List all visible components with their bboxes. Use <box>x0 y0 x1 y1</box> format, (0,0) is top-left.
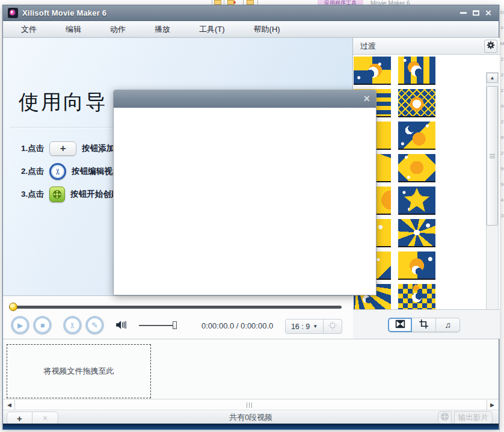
menu-tools[interactable]: 工具(T) <box>195 22 229 37</box>
stop-button[interactable]: ■ <box>34 316 51 334</box>
edit-button[interactable]: ✎ <box>86 316 103 334</box>
step-prefix: 3.点击 <box>21 189 44 200</box>
transition-thumb-sun-moon-split[interactable] <box>398 251 435 280</box>
menu-file[interactable]: 文件 <box>17 22 40 37</box>
transition-thumb-diamond-sun[interactable] <box>398 154 435 182</box>
output-reel-button[interactable] <box>438 411 452 424</box>
scrollbar-thumb[interactable] <box>487 86 498 226</box>
menu-play[interactable]: 播放 <box>151 22 174 37</box>
transitions-settings-button[interactable] <box>484 40 497 53</box>
scroll-up-button[interactable]: ▲ <box>487 73 498 83</box>
cut-button[interactable]: ✂ <box>64 316 81 334</box>
crop-icon <box>419 319 428 330</box>
timeline-scrollbar-grip[interactable] <box>247 403 254 408</box>
background-window-title: Movie Maker 6 <box>370 0 443 5</box>
background-text-fragment: M <box>500 36 504 52</box>
background-text-fragment: 2 <box>500 146 504 161</box>
player-bar: ▶ ■ ✂ ✎ 0:00:00.0 / 0:00:00.0 16 : 9 ▼ <box>3 295 353 339</box>
menu-action[interactable]: 动作 <box>106 22 129 37</box>
transitions-header-label: 过渡 <box>360 41 376 52</box>
aspect-ratio-group: 16 : 9 ▼ <box>285 319 342 334</box>
scissors-icon: ✂ <box>68 322 77 329</box>
guide-step-2: 2.点击 ✂ 按钮编辑视频 <box>21 162 120 181</box>
background-text-fragment: D <box>500 5 504 20</box>
transitions-header: 过渡 <box>353 38 500 55</box>
output-group: 输出影片 <box>438 411 493 424</box>
panel-mode-area: ♫ <box>353 309 500 339</box>
dialog-body <box>114 108 376 295</box>
background-folder-icon <box>247 0 254 5</box>
tab-transitions[interactable] <box>388 318 412 332</box>
background-text-fragment: 2 <box>500 114 504 130</box>
step-suffix: 按钮开始创建 <box>70 189 119 200</box>
seek-knob[interactable] <box>9 303 17 311</box>
scissors-icon: ✂ <box>49 163 66 180</box>
scroll-left-button[interactable]: ◀ <box>4 400 15 410</box>
speaker-icon[interactable] <box>115 320 128 332</box>
fullscreen-icon <box>328 321 337 332</box>
minimize-button[interactable] <box>460 8 467 18</box>
transition-thumb-mosaic-web[interactable] <box>398 89 435 117</box>
add-video-button-illustration: + <box>49 141 76 156</box>
volume-knob[interactable] <box>173 321 177 329</box>
background-text-fragment: 9 <box>500 130 504 146</box>
scroll-right-button[interactable]: ▶ <box>487 400 497 410</box>
backdrop-right-strip: D≡M22292929943 <box>499 5 504 432</box>
transitions-scrollbar[interactable]: ▲ ▼ <box>486 72 499 309</box>
titlebar: Xilisoft Movie Maker 6 × <box>3 5 499 21</box>
transition-thumb-quadrant-sun-moon[interactable] <box>354 57 391 85</box>
play-icon: ▶ <box>17 321 23 330</box>
dialog-titlebar[interactable]: × <box>114 90 376 108</box>
film-reel-icon <box>49 187 65 202</box>
video-drop-zone[interactable]: 将视频文件拖拽至此 <box>7 344 151 398</box>
clip-buttons: + × <box>7 412 58 425</box>
transition-thumb-checkerboard-moon[interactable] <box>398 284 435 309</box>
drop-hint-text: 将视频文件拖拽至此 <box>44 366 114 377</box>
output-movie-button[interactable]: 输出影片 <box>454 411 493 424</box>
guide-step-3: 3.点击 按钮开始创建 <box>21 185 119 204</box>
fullscreen-button[interactable] <box>323 319 342 333</box>
tab-music[interactable]: ♫ <box>436 318 460 332</box>
gear-icon <box>487 41 495 52</box>
chevron-down-icon: ▼ <box>313 324 318 329</box>
guide-title: 使用向导 <box>19 88 108 116</box>
transition-thumb-vertical-strips-moon[interactable] <box>398 57 435 85</box>
background-ribbon-tab: 应用程序工具 <box>318 0 363 5</box>
app-window: Xilisoft Movie Maker 6 × 文件 编辑 动作 播放 工具(… <box>2 5 499 430</box>
dialog-close-button[interactable]: × <box>363 93 370 104</box>
seek-bar[interactable] <box>9 306 342 309</box>
aspect-ratio-dropdown[interactable]: 16 : 9 ▼ <box>286 319 323 333</box>
film-reel-icon <box>440 412 449 424</box>
timeline-scrollbar[interactable]: ◀ ▶ <box>3 399 499 410</box>
menu-edit[interactable]: 编辑 <box>62 22 85 37</box>
transition-thumb-pinwheel-spiral[interactable] <box>398 219 435 247</box>
step-prefix: 2.点击 <box>21 166 44 177</box>
close-button[interactable]: × <box>485 8 491 18</box>
background-text-fragment: 3 <box>500 208 504 224</box>
background-text-fragment: 2 <box>500 52 504 67</box>
play-button[interactable]: ▶ <box>11 316 29 334</box>
background-window-top-strip: 应用程序工具 Movie Maker 6 <box>0 0 504 5</box>
background-text-fragment: 9 <box>500 99 504 114</box>
add-clip-button[interactable]: + <box>7 412 32 424</box>
window-controls: × <box>460 8 499 18</box>
pencil-icon: ✎ <box>91 321 98 330</box>
window-title: Xilisoft Movie Maker 6 <box>22 8 106 17</box>
timeline-area: 将视频文件拖拽至此 <box>3 339 499 399</box>
scrollbar-grip <box>490 154 495 158</box>
tab-crop[interactable] <box>412 318 436 332</box>
stop-icon: ■ <box>40 321 45 330</box>
music-note-icon: ♫ <box>444 320 451 330</box>
background-text-fragment: 9 <box>500 161 504 177</box>
menu-help[interactable]: 帮助(H) <box>250 22 284 37</box>
floating-dialog: × <box>113 90 376 295</box>
volume-slider[interactable] <box>139 325 176 326</box>
remove-clip-button[interactable]: × <box>32 412 58 424</box>
transition-thumb-star-sun[interactable] <box>398 187 435 215</box>
background-separator <box>257 0 258 5</box>
background-text-fragment: 4 <box>500 193 504 208</box>
step-prefix: 1.点击 <box>21 143 44 154</box>
transition-thumb-diagonal-moon-sun[interactable] <box>398 122 435 150</box>
time-display: 0:00:00.0 / 0:00:00.0 <box>201 321 286 330</box>
maximize-button[interactable] <box>473 8 479 18</box>
